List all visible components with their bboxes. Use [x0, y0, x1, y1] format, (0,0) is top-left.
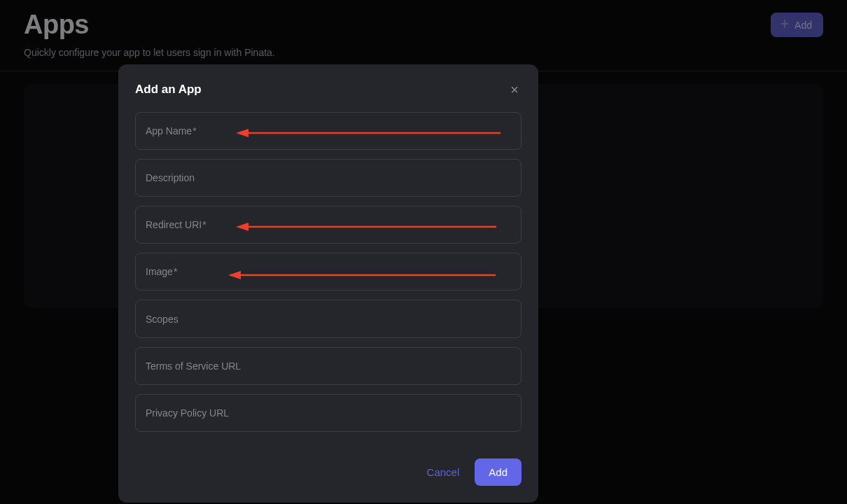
- add-app-modal: Add an App × App Name* Description Redir…: [118, 64, 538, 503]
- modal-footer: Cancel Add: [135, 458, 522, 486]
- redirect-uri-input[interactable]: [136, 206, 521, 243]
- image-input[interactable]: [136, 253, 521, 290]
- page-title: Apps: [24, 10, 89, 40]
- page-subtitle: Quickly configure your app to let users …: [24, 47, 823, 58]
- close-icon: ×: [510, 82, 519, 97]
- page-header-top: Apps Add: [24, 10, 823, 40]
- redirect-uri-field[interactable]: Redirect URI*: [135, 206, 522, 244]
- plus-icon: [779, 18, 790, 31]
- add-button-label: Add: [794, 20, 812, 31]
- terms-of-service-input[interactable]: [136, 348, 521, 384]
- privacy-policy-input[interactable]: [136, 395, 521, 431]
- modal-body: App Name* Description Redirect URI* Imag…: [135, 112, 522, 432]
- description-input[interactable]: [136, 160, 521, 196]
- terms-of-service-field[interactable]: Terms of Service URL: [135, 347, 522, 385]
- scopes-input[interactable]: [136, 300, 521, 337]
- submit-button[interactable]: Add: [475, 458, 522, 486]
- add-button[interactable]: Add: [771, 13, 823, 37]
- privacy-policy-field[interactable]: Privacy Policy URL: [135, 394, 522, 432]
- image-field[interactable]: Image*: [135, 253, 522, 290]
- modal-title: Add an App: [135, 83, 202, 97]
- close-button[interactable]: ×: [507, 80, 522, 99]
- scopes-field[interactable]: Scopes: [135, 300, 522, 338]
- description-field[interactable]: Description: [135, 159, 522, 197]
- page-header: Apps Add Quickly configure your app to l…: [0, 0, 847, 58]
- app-name-input[interactable]: [136, 113, 521, 149]
- cancel-button[interactable]: Cancel: [427, 466, 460, 478]
- modal-header: Add an App ×: [135, 80, 522, 99]
- app-name-field[interactable]: App Name*: [135, 112, 522, 150]
